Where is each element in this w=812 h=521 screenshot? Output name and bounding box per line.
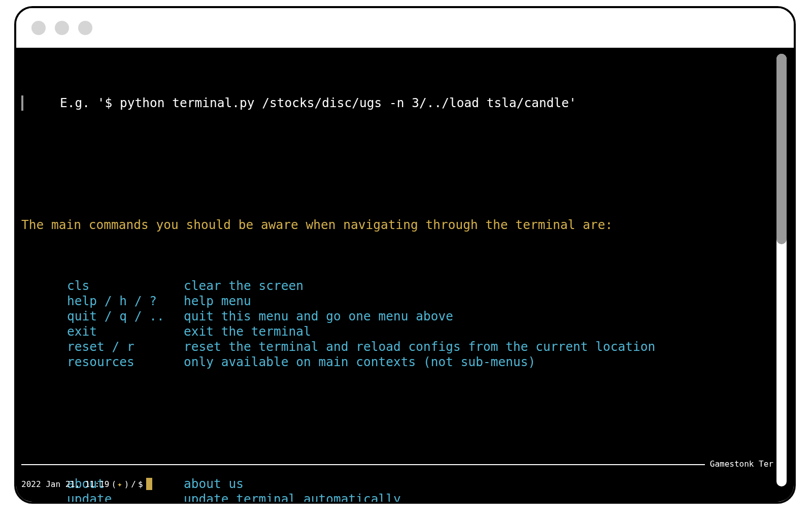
command-name: help / h / ?: [67, 294, 184, 309]
command-name: quit / q / ..: [67, 309, 184, 324]
command-desc: quit this menu and go one menu above: [184, 309, 453, 323]
window-titlebar: [16, 8, 794, 48]
terminal-window: E.g. '$ python terminal.py /stocks/disc/…: [14, 6, 796, 504]
command-row: clsclear the screen: [16, 278, 794, 294]
command-desc: update terminal automatically: [184, 492, 401, 502]
scrollbar-thumb[interactable]: [776, 54, 787, 244]
example-line: E.g. '$ python terminal.py /stocks/disc/…: [16, 95, 794, 111]
command-desc: clear the screen: [184, 278, 303, 293]
command-row: exitexit the terminal: [16, 324, 794, 339]
prompt-timestamp: 2022 Jan 21, 11:19: [21, 479, 109, 489]
window-control-minimize[interactable]: [55, 21, 69, 35]
command-desc: reset the terminal and reload configs fr…: [184, 339, 655, 354]
command-name: cls: [67, 278, 184, 294]
horizontal-rule-icon: [21, 464, 705, 465]
command-desc: exit the terminal: [184, 324, 311, 339]
footer-rule: Gamestonk Ter: [21, 456, 773, 471]
command-name: resources: [67, 354, 184, 370]
command-name: exit: [67, 324, 184, 339]
prompt-dollar: $: [138, 479, 143, 489]
terminal-viewport[interactable]: E.g. '$ python terminal.py /stocks/disc/…: [16, 48, 794, 502]
window-control-close[interactable]: [31, 21, 46, 35]
command-row: resourcesonly available on main contexts…: [16, 354, 794, 370]
terminal-output: E.g. '$ python terminal.py /stocks/disc/…: [16, 48, 794, 502]
quote-bar-icon: [21, 95, 23, 111]
window-control-zoom[interactable]: [78, 21, 92, 35]
command-desc: only available on main contexts (not sub…: [184, 354, 535, 369]
prompt-close-paren: ): [124, 479, 129, 489]
footer-label: Gamestonk Ter: [705, 459, 773, 469]
command-desc: help menu: [184, 294, 251, 308]
prompt-line[interactable]: 2022 Jan 21, 11:19 ( ✦ ) / $: [21, 475, 152, 493]
prompt-open-paren: (: [111, 479, 116, 489]
example-text: E.g. '$ python terminal.py /stocks/disc/…: [60, 95, 577, 111]
prompt-path: /: [131, 479, 136, 489]
cursor-icon: [146, 478, 152, 490]
command-row: updateupdate terminal automatically: [16, 492, 794, 502]
command-row: quit / q / ..quit this menu and go one m…: [16, 309, 794, 324]
command-name: update: [67, 492, 184, 502]
sparkle-icon: ✦: [117, 479, 122, 489]
scrollbar[interactable]: [776, 54, 787, 486]
command-desc: about us: [184, 476, 244, 491]
intro-heading: The main commands you should be aware wh…: [21, 217, 613, 232]
command-name: reset / r: [67, 339, 184, 354]
command-row: reset / rreset the terminal and reload c…: [16, 339, 794, 354]
command-row: help / h / ?help menu: [16, 294, 794, 309]
